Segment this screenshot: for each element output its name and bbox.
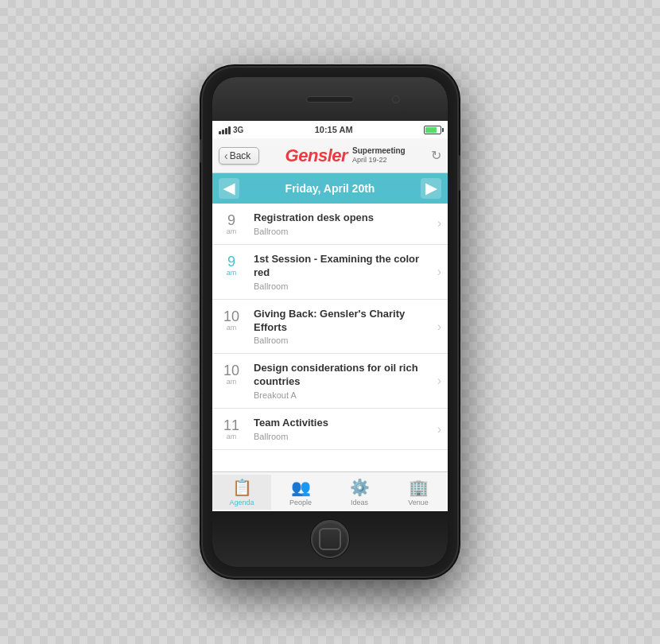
event-location: Ballroom xyxy=(254,281,431,291)
date-nav: ◀ Friday, April 20th ▶ xyxy=(212,173,448,204)
back-button-label: Back xyxy=(230,150,251,161)
prev-date-button[interactable]: ◀ xyxy=(219,178,239,199)
current-date-label: Friday, April 20th xyxy=(285,182,375,195)
home-button-inner xyxy=(319,528,341,550)
venue-icon: 🏢 xyxy=(409,478,429,497)
tab-venue[interactable]: 🏢 Venue xyxy=(389,475,448,510)
event-title: 1st Session - Examining the color red xyxy=(254,253,431,280)
event-location: Breakout A xyxy=(254,390,431,400)
event-title: Supermeeting xyxy=(352,146,406,156)
event-col: Team Activities Ballroom xyxy=(250,409,437,449)
tab-bar: 📋 Agenda 👥 People ⚙️ Ideas 🏢 Venue xyxy=(212,471,448,511)
event-title: Design considerations for oil rich count… xyxy=(254,362,431,389)
chevron-right-icon: › xyxy=(437,374,441,388)
network-label: 3G xyxy=(233,126,243,134)
header-brand: Gensler Supermeeting April 19-22 xyxy=(264,145,426,166)
nav-header: ‹ Back Gensler Supermeeting April 19-22 … xyxy=(212,138,448,173)
chevron-right-icon: › xyxy=(437,216,441,231)
status-time: 10:15 AM xyxy=(315,125,353,134)
time-hour: 9 xyxy=(227,254,235,269)
agenda-icon: 📋 xyxy=(232,478,252,497)
tab-people[interactable]: 👥 People xyxy=(271,475,330,510)
chevron-col: › xyxy=(437,409,448,449)
tab-ideas-label: Ideas xyxy=(351,499,368,506)
chevron-right-icon: › xyxy=(437,265,441,279)
signal-bars xyxy=(219,125,231,134)
battery-fill xyxy=(425,127,437,133)
chevron-right-icon: › xyxy=(437,422,441,436)
tab-agenda[interactable]: 📋 Agenda xyxy=(212,475,271,510)
time-hour: 11 xyxy=(223,418,239,433)
brand-subtitle: Supermeeting April 19-22 xyxy=(352,146,406,165)
earpiece-speaker xyxy=(306,96,354,103)
phone-frame: 3G 10:15 AM ‹ Back Gensler S xyxy=(203,68,457,576)
event-location: Ballroom xyxy=(254,432,431,441)
time-hour: 10 xyxy=(223,363,239,378)
chevron-col: › xyxy=(437,245,448,299)
next-date-button[interactable]: ▶ xyxy=(421,178,441,199)
chevron-col: › xyxy=(437,354,448,408)
event-title: Team Activities xyxy=(254,417,431,430)
schedule-item[interactable]: 9 am 1st Session - Examining the color r… xyxy=(212,245,448,300)
time-col: 9 am xyxy=(212,245,250,299)
schedule-list: 9 am Registration desk opens Ballroom › … xyxy=(212,204,448,471)
volume-button[interactable] xyxy=(200,139,203,163)
time-ampm: am xyxy=(227,433,237,440)
time-ampm: am xyxy=(227,324,237,332)
status-bar: 3G 10:15 AM xyxy=(212,121,448,138)
signal-bar-4 xyxy=(228,126,231,134)
event-col: Giving Back: Gensler's Charity Efforts B… xyxy=(250,300,437,354)
status-right xyxy=(424,126,441,134)
chevron-col: › xyxy=(437,204,448,244)
tab-ideas[interactable]: ⚙️ Ideas xyxy=(330,475,389,510)
time-ampm: am xyxy=(227,378,237,386)
time-col: 10 am xyxy=(212,354,250,408)
schedule-item[interactable]: 10 am Design considerations for oil rich… xyxy=(212,354,448,409)
event-col: Registration desk opens Ballroom xyxy=(250,204,437,244)
signal-bar-1 xyxy=(219,131,221,134)
schedule-item[interactable]: 9 am Registration desk opens Ballroom › xyxy=(212,204,448,245)
signal-bar-2 xyxy=(222,130,224,134)
time-hour: 10 xyxy=(223,309,239,324)
tab-venue-label: Venue xyxy=(408,499,429,506)
phone-top-hardware xyxy=(212,77,448,121)
app-screen: 3G 10:15 AM ‹ Back Gensler S xyxy=(212,121,448,511)
time-col: 10 am xyxy=(212,300,250,354)
time-col: 11 am xyxy=(212,409,250,449)
tab-people-label: People xyxy=(289,499,312,506)
tab-agenda-label: Agenda xyxy=(229,499,254,506)
time-ampm: am xyxy=(227,227,237,235)
schedule-item[interactable]: 10 am Giving Back: Gensler's Charity Eff… xyxy=(212,300,448,355)
back-chevron-icon: ‹ xyxy=(224,150,228,161)
event-location: Ballroom xyxy=(254,336,431,345)
event-col: 1st Session - Examining the color red Ba… xyxy=(250,245,437,299)
time-hour: 9 xyxy=(227,213,235,227)
phone-screen: 3G 10:15 AM ‹ Back Gensler S xyxy=(212,77,448,567)
status-left: 3G xyxy=(219,125,243,134)
people-icon: 👥 xyxy=(291,478,311,497)
time-col: 9 am xyxy=(212,204,250,244)
battery-indicator xyxy=(424,126,441,134)
ideas-icon: ⚙️ xyxy=(350,478,370,497)
event-title: Giving Back: Gensler's Charity Efforts xyxy=(254,308,431,335)
home-button[interactable] xyxy=(311,520,349,558)
event-location: Ballroom xyxy=(254,227,431,236)
event-title: Registration desk opens xyxy=(254,211,431,225)
brand-name: Gensler xyxy=(285,145,347,166)
power-button[interactable] xyxy=(457,155,460,191)
signal-bar-3 xyxy=(225,128,227,134)
chevron-col: › xyxy=(437,300,448,354)
phone-bottom-hardware xyxy=(212,511,448,567)
event-col: Design considerations for oil rich count… xyxy=(250,354,437,408)
schedule-item[interactable]: 11 am Team Activities Ballroom › xyxy=(212,409,448,450)
event-dates: April 19-22 xyxy=(352,156,406,165)
refresh-icon[interactable]: ↻ xyxy=(431,148,441,163)
back-button[interactable]: ‹ Back xyxy=(219,147,259,165)
front-camera xyxy=(392,95,400,103)
chevron-right-icon: › xyxy=(437,320,441,334)
time-ampm: am xyxy=(227,269,237,277)
